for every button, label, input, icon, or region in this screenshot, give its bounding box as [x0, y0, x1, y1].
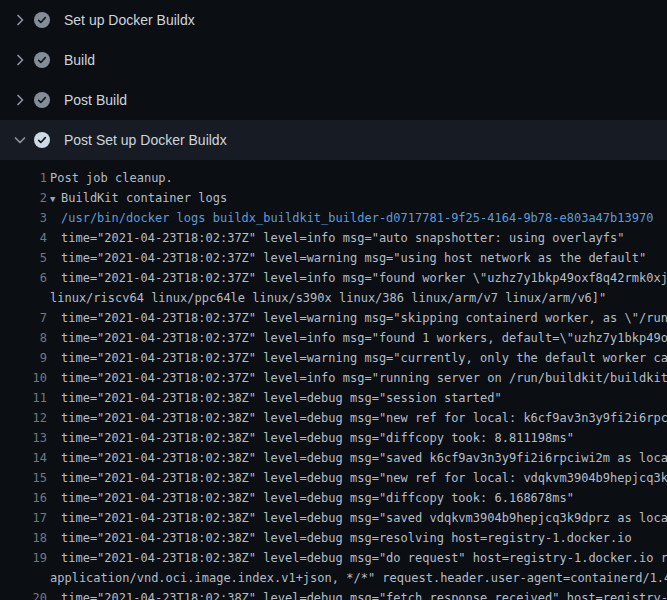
- log-line: 7time="2021-04-23T18:02:37Z" level=warni…: [0, 308, 667, 328]
- line-number[interactable]: 7: [0, 308, 47, 328]
- log-line: 14time="2021-04-23T18:02:38Z" level=debu…: [0, 448, 667, 468]
- line-number[interactable]: 5: [0, 248, 47, 268]
- log-line: 8time="2021-04-23T18:02:37Z" level=info …: [0, 328, 667, 348]
- line-number[interactable]: 16: [0, 488, 47, 508]
- check-circle-icon: [34, 52, 50, 68]
- log-line: 15time="2021-04-23T18:02:38Z" level=debu…: [0, 468, 667, 488]
- step-title: Post Build: [64, 92, 127, 108]
- log-text: time="2021-04-23T18:02:37Z" level=info m…: [47, 268, 667, 288]
- log-text: time="2021-04-23T18:02:38Z" level=debug …: [47, 548, 667, 568]
- log-line: 18time="2021-04-23T18:02:38Z" level=debu…: [0, 528, 667, 548]
- line-number[interactable]: 20: [0, 588, 47, 600]
- line-number[interactable]: 8: [0, 328, 47, 348]
- line-number[interactable]: 11: [0, 388, 47, 408]
- log-line: 5time="2021-04-23T18:02:37Z" level=warni…: [0, 248, 667, 268]
- step-title: Set up Docker Buildx: [64, 12, 195, 28]
- log-text: time="2021-04-23T18:02:37Z" level=info m…: [47, 328, 667, 348]
- log-text: time="2021-04-23T18:02:38Z" level=debug …: [47, 428, 574, 448]
- log-text: time="2021-04-23T18:02:37Z" level=warnin…: [47, 308, 667, 328]
- chevron-right-icon: [12, 52, 28, 68]
- line-number[interactable]: 10: [0, 368, 47, 388]
- log-text: time="2021-04-23T18:02:38Z" level=debug …: [47, 508, 667, 528]
- log-line: 19time="2021-04-23T18:02:38Z" level=debu…: [0, 548, 667, 568]
- log-text: time="2021-04-23T18:02:38Z" level=debug …: [47, 528, 632, 548]
- log-group-toggle[interactable]: ▼BuildKit container logs: [47, 188, 227, 208]
- log-line: 2▼BuildKit container logs: [0, 188, 667, 208]
- log-line: 9time="2021-04-23T18:02:37Z" level=warni…: [0, 348, 667, 368]
- log-line: application/vnd.oci.image.index.v1+json,…: [0, 568, 667, 588]
- log-text: time="2021-04-23T18:02:37Z" level=warnin…: [47, 348, 667, 368]
- log-line: 17time="2021-04-23T18:02:38Z" level=debu…: [0, 508, 667, 528]
- line-number[interactable]: 14: [0, 448, 47, 468]
- chevron-down-icon: [12, 132, 28, 148]
- log-line: 16time="2021-04-23T18:02:38Z" level=debu…: [0, 488, 667, 508]
- log-line: 4time="2021-04-23T18:02:37Z" level=info …: [0, 228, 667, 248]
- line-number[interactable]: 19: [0, 548, 47, 568]
- log-text: time="2021-04-23T18:02:38Z" level=debug …: [47, 388, 502, 408]
- line-number[interactable]: 15: [0, 468, 47, 488]
- group-expanded-marker-icon: ▼: [50, 189, 61, 208]
- log-line: 12time="2021-04-23T18:02:38Z" level=debu…: [0, 408, 667, 428]
- log-text: time="2021-04-23T18:02:37Z" level=info m…: [47, 228, 625, 248]
- log-viewer[interactable]: 1Post job cleanup.2▼BuildKit container l…: [0, 160, 667, 600]
- log-line: 11time="2021-04-23T18:02:38Z" level=debu…: [0, 388, 667, 408]
- line-number[interactable]: 6: [0, 268, 47, 288]
- step-header-set-up-docker-buildx[interactable]: Set up Docker Buildx: [0, 0, 667, 40]
- line-number[interactable]: 3: [0, 208, 47, 228]
- line-number: [0, 288, 47, 308]
- log-line: 6time="2021-04-23T18:02:37Z" level=info …: [0, 268, 667, 288]
- line-number[interactable]: 12: [0, 408, 47, 428]
- line-number[interactable]: 18: [0, 528, 47, 548]
- steps-list: Set up Docker BuildxBuildPost BuildPost …: [0, 0, 667, 160]
- line-number[interactable]: 13: [0, 428, 47, 448]
- log-text: time="2021-04-23T18:02:38Z" level=debug …: [47, 588, 667, 600]
- log-line: 13time="2021-04-23T18:02:38Z" level=debu…: [0, 428, 667, 448]
- line-number[interactable]: 9: [0, 348, 47, 368]
- log-text: time="2021-04-23T18:02:38Z" level=debug …: [47, 408, 667, 428]
- log-text: time="2021-04-23T18:02:38Z" level=debug …: [47, 488, 574, 508]
- line-number[interactable]: 4: [0, 228, 47, 248]
- step-header-post-set-up-docker-buildx[interactable]: Post Set up Docker Buildx: [0, 120, 667, 160]
- log-text: time="2021-04-23T18:02:38Z" level=debug …: [47, 448, 667, 468]
- step-header-build[interactable]: Build: [0, 40, 667, 80]
- log-text: application/vnd.oci.image.index.v1+json,…: [47, 568, 667, 588]
- log-text: linux/riscv64 linux/ppc64le linux/s390x …: [47, 288, 606, 308]
- chevron-right-icon: [12, 12, 28, 28]
- line-number[interactable]: 2: [0, 188, 47, 208]
- step-header-post-build[interactable]: Post Build: [0, 80, 667, 120]
- line-number[interactable]: 1: [0, 168, 47, 188]
- chevron-right-icon: [12, 92, 28, 108]
- line-number[interactable]: 17: [0, 508, 47, 528]
- log-text: Post job cleanup.: [47, 168, 173, 188]
- check-circle-icon: [34, 132, 50, 148]
- log-text: time="2021-04-23T18:02:37Z" level=info m…: [47, 368, 667, 388]
- log-line: linux/riscv64 linux/ppc64le linux/s390x …: [0, 288, 667, 308]
- log-line: 1Post job cleanup.: [0, 168, 667, 188]
- step-title: Post Set up Docker Buildx: [64, 132, 227, 148]
- log-text: time="2021-04-23T18:02:38Z" level=debug …: [47, 468, 667, 488]
- log-line: 10time="2021-04-23T18:02:37Z" level=info…: [0, 368, 667, 388]
- log-text: time="2021-04-23T18:02:37Z" level=warnin…: [47, 248, 646, 268]
- log-line: 3/usr/bin/docker logs buildx_buildkit_bu…: [0, 208, 667, 228]
- check-circle-icon: [34, 12, 50, 28]
- line-number: [0, 568, 47, 588]
- log-line: 20time="2021-04-23T18:02:38Z" level=debu…: [0, 588, 667, 600]
- log-command-text: /usr/bin/docker logs buildx_buildkit_bui…: [47, 208, 653, 228]
- log-text: BuildKit container logs: [61, 191, 227, 205]
- step-title: Build: [64, 52, 95, 68]
- check-circle-icon: [34, 92, 50, 108]
